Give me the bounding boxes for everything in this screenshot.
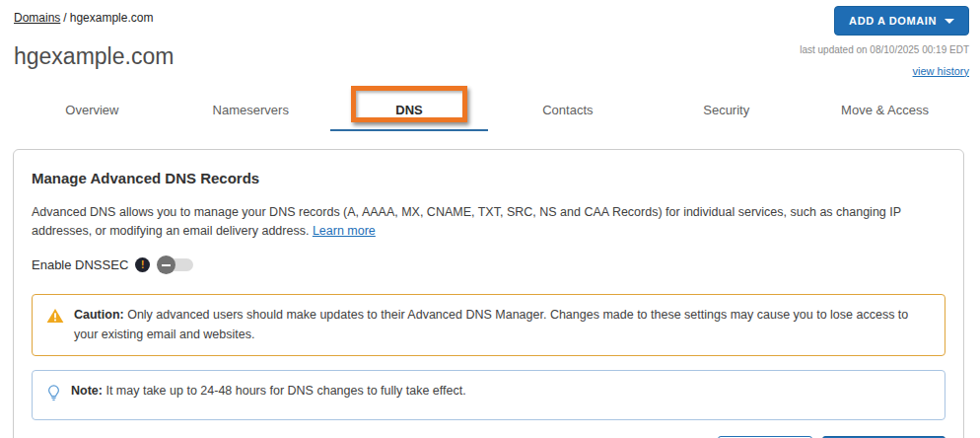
title-row: hgexample.com last updated on 08/10/2025… [0,36,980,81]
caution-banner: Caution: Only advanced users should make… [32,294,945,356]
note-banner: Note: It may take up to 24-48 hours for … [32,370,945,419]
update-meta: last updated on 08/10/2025 00:19 EDT vie… [800,43,969,81]
tab-security[interactable]: Security [647,97,805,131]
caret-down-icon [945,19,954,24]
learn-more-link[interactable]: Learn more [313,224,376,238]
caution-body: Only advanced users should make updates … [74,308,908,340]
tab-contacts[interactable]: Contacts [488,97,647,131]
note-body: It may take up to 24-48 hours for DNS ch… [105,384,465,398]
top-bar: Domains/hgexample.com ADD A DOMAIN [0,0,980,36]
card-description: Advanced DNS allows you to manage your D… [32,203,944,242]
card-heading: Manage Advanced DNS Records [32,170,945,186]
last-updated-text: last updated on 08/10/2025 00:19 EDT [800,43,969,58]
dnssec-row: Enable DNSSEC ! [32,256,945,274]
tab-overview[interactable]: Overview [13,97,172,131]
dnssec-label: Enable DNSSEC [32,257,128,272]
breadcrumb-current: hgexample.com [70,11,154,25]
caution-text: Caution: Only advanced users should make… [74,306,931,344]
view-history-link[interactable]: view history [913,64,969,80]
note-label: Note: [71,384,103,398]
tab-move-access[interactable]: Move & Access [805,97,964,131]
page-title: hgexample.com [14,43,174,70]
toggle-knob [157,256,175,274]
tab-bar: Overview Nameservers DNS Contacts Securi… [13,97,964,131]
add-a-domain-button[interactable]: ADD A DOMAIN [834,6,969,36]
warning-triangle-icon [46,306,64,329]
note-text: Note: It may take up to 24-48 hours for … [71,382,466,401]
dnssec-toggle[interactable] [157,256,194,274]
breadcrumb: Domains/hgexample.com [14,6,153,25]
tab-dns[interactable]: DNS [330,97,489,131]
lightbulb-icon [46,382,61,407]
add-a-domain-label: ADD A DOMAIN [849,15,937,27]
breadcrumb-domains-link[interactable]: Domains [14,11,60,25]
tab-nameservers[interactable]: Nameservers [172,97,330,131]
dns-manager-card: Manage Advanced DNS Records Advanced DNS… [13,149,964,438]
description-text: Advanced DNS allows you to manage your D… [32,205,901,238]
breadcrumb-separator: / [63,11,66,25]
caution-label: Caution: [74,308,124,322]
alert-info-icon[interactable]: ! [135,257,150,272]
